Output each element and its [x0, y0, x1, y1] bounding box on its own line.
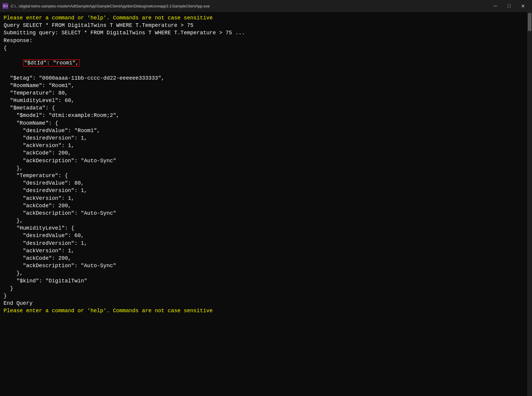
terminal-line-15: "desiredVersion": 1, [4, 134, 528, 142]
terminal-line-2: Query SELECT * FROM DigitalTwins T WHERE… [4, 22, 528, 29]
title-bar: C:\ C:\...\digital-twins-samples-master\… [0, 0, 532, 12]
terminal-line-35: } [4, 285, 528, 292]
terminal-line-14: "desiredValue": "Room1", [4, 127, 528, 134]
terminal-line-30: "ackVersion": 1, [4, 247, 528, 255]
terminal-line-37: End Query [4, 300, 528, 307]
terminal-line-23: "ackVersion": 1, [4, 195, 528, 202]
terminal-line-17: "ackCode": 200, [4, 149, 528, 157]
terminal-line-22: "desiredVersion": 1, [4, 187, 528, 194]
window-title: C:\...\digital-twins-samples-master\AdtS… [11, 4, 210, 8]
scrollbar-thumb[interactable] [528, 13, 531, 31]
terminal-line-36: } [4, 292, 528, 300]
terminal-line-33: }, [4, 270, 528, 277]
terminal-line-19: }, [4, 165, 528, 172]
terminal-line-20: "Temperature": { [4, 172, 528, 180]
terminal-line-4: Response: [4, 37, 528, 44]
terminal-line-5: { [4, 44, 528, 52]
terminal-line-31: "ackCode": 200, [4, 255, 528, 262]
app-icon: C:\ [2, 3, 8, 9]
highlighted-dtid: "$dtId": "room1", [23, 59, 80, 66]
window-controls: ─ □ ✕ [489, 1, 530, 10]
title-bar-left: C:\ C:\...\digital-twins-samples-master\… [2, 3, 210, 9]
minimize-button[interactable]: ─ [489, 1, 502, 10]
terminal-line-13: "RoomName": { [4, 120, 528, 127]
terminal-output: Please enter a command or 'help'. Comman… [0, 12, 532, 396]
terminal-line-6: "$dtId": "room1", [4, 52, 528, 75]
terminal-line-25: "ackDescription": "Auto-Sync" [4, 210, 528, 217]
terminal-line-3: Submitting query: SELECT * FROM DigitalT… [4, 29, 528, 37]
terminal-line-1: Please enter a command or 'help'. Comman… [4, 14, 528, 22]
close-button[interactable]: ✕ [516, 1, 530, 10]
terminal-line-39: Please enter a command or 'help'. Comman… [4, 307, 528, 315]
scrollbar[interactable] [527, 12, 532, 396]
maximize-button[interactable]: □ [502, 1, 516, 10]
terminal-line-18: "ackDescription": "Auto-Sync" [4, 157, 528, 165]
terminal-line-10: "HumidityLevel": 60, [4, 97, 528, 104]
terminal-line-9: "Temperature": 80, [4, 89, 528, 97]
terminal-line-8: "RoomName": "Room1", [4, 82, 528, 89]
terminal-line-34: "$kind": "DigitalTwin" [4, 277, 528, 285]
terminal-line-12: "$model": "dtmi:example:Room;2", [4, 112, 528, 119]
terminal-line-28: "desiredValue": 60, [4, 232, 528, 239]
terminal-line-16: "ackVersion": 1, [4, 142, 528, 149]
terminal-line-26: }, [4, 217, 528, 225]
terminal-line-27: "HumidityLevel": { [4, 225, 528, 232]
main-window: C:\ C:\...\digital-twins-samples-master\… [0, 0, 532, 396]
terminal-line-29: "desiredVersion": 1, [4, 240, 528, 247]
terminal-line-32: "ackDescription": "Auto-Sync" [4, 262, 528, 270]
terminal-line-24: "ackCode": 200, [4, 202, 528, 210]
terminal-line-7: "$etag": "0000aaaa-11bb-cccc-dd22-eeeeee… [4, 75, 528, 82]
terminal-line-21: "desiredValue": 80, [4, 180, 528, 187]
terminal-line-11: "$metadata": { [4, 104, 528, 112]
